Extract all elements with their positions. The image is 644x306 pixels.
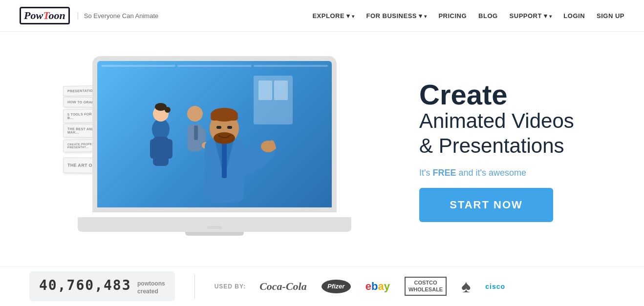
subtitle-prefix: It's <box>419 168 432 178</box>
nav-support[interactable]: SUPPORT ▾ <box>510 12 552 20</box>
hero-illustration: PRESENTATION HOW TO GRAB A 5 TOOLS FOR G… <box>29 56 400 246</box>
used-by-label: USED BY: <box>215 283 246 290</box>
laptop-base <box>78 217 351 232</box>
brand-pfizer: Pfizer <box>322 280 351 293</box>
svg-rect-12 <box>194 125 198 140</box>
counter-number: 40,760,483 <box>39 277 131 293</box>
brand-cisco: cisco <box>485 283 505 290</box>
brand-costco: COSTCOWHOLESALE <box>405 277 447 295</box>
svg-rect-21 <box>211 115 238 121</box>
logo: PowToon <box>20 7 70 24</box>
hero-content: Create Animated Videos& Presentations It… <box>400 81 615 222</box>
nav-pricing[interactable]: PRICING <box>438 12 467 20</box>
subtitle-rest: and it's awesome <box>456 168 526 178</box>
svg-rect-1 <box>258 81 272 100</box>
laptop-wrapper: PRESENTATION HOW TO GRAB A 5 TOOLS FOR G… <box>73 56 356 246</box>
header-left: PowToon So Everyone Can Animate <box>20 7 158 24</box>
brand-logos: Coca-Cola Pfizer ebay COSTCOWHOLESALE ♠ … <box>259 276 505 297</box>
svg-point-10 <box>187 106 203 122</box>
hero-section: PRESENTATION HOW TO GRAB A 5 TOOLS FOR G… <box>0 32 644 266</box>
brand-coca-cola: Coca-Cola <box>259 280 307 293</box>
tagline: So Everyone Can Animate <box>78 12 158 20</box>
laptop-notch <box>207 226 222 229</box>
hero-subtitle: It's FREE and it's awesome <box>419 168 615 178</box>
svg-rect-23 <box>227 126 232 129</box>
subtitle-free: FREE <box>432 168 456 178</box>
vertical-divider <box>194 274 195 299</box>
nav-login[interactable]: LOGIN <box>563 12 585 20</box>
counter-label: powtoonscreated <box>137 280 165 295</box>
nav-blog[interactable]: BLOG <box>478 12 498 20</box>
used-by-section: USED BY: Coca-Cola Pfizer ebay COSTCOWHO… <box>215 276 615 297</box>
svg-rect-18 <box>222 139 227 178</box>
svg-rect-2 <box>274 81 288 100</box>
hero-title-sub: Animated Videos& Presentations <box>419 109 615 158</box>
laptop-screen <box>92 56 337 212</box>
hero-title-create: Create <box>419 81 615 109</box>
brand-ebay: ebay <box>365 280 390 293</box>
svg-rect-22 <box>216 126 221 129</box>
counter-box: 40,760,483 powtoonscreated <box>29 271 175 301</box>
nav-for-business[interactable]: FOR BUSINESS ▾ <box>366 12 427 20</box>
laptop-screen-content <box>97 61 332 207</box>
scene-svg <box>97 61 332 207</box>
header: PowToon So Everyone Can Animate EXPLORE … <box>0 0 644 32</box>
nav-explore[interactable]: EXPLORE ▾ <box>312 12 354 20</box>
svg-rect-8 <box>150 139 157 159</box>
start-now-button[interactable]: START NOW <box>419 188 553 222</box>
svg-rect-9 <box>166 139 172 159</box>
main-nav: EXPLORE ▾ FOR BUSINESS ▾ PRICING BLOG SU… <box>312 12 624 20</box>
svg-point-6 <box>165 107 171 113</box>
nav-signup[interactable]: SIGN UP <box>597 12 624 20</box>
brand-starbucks: ♠ <box>461 276 471 297</box>
bottom-bar: 40,760,483 powtoonscreated USED BY: Coca… <box>0 266 644 306</box>
